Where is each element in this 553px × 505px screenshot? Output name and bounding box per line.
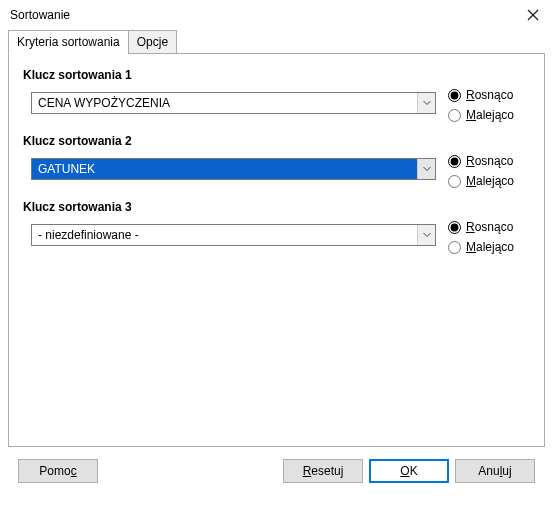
chevron-down-icon	[423, 166, 431, 172]
sort-key-3-order: Rosnąco Malejąco	[448, 220, 530, 254]
sort-key-2-select[interactable]: GATUNEK	[31, 158, 436, 180]
sort-key-1-select[interactable]: CENA WYPOŻYCZENIA	[31, 92, 436, 114]
tab-panel: Klucz sortowania 1 CENA WYPOŻYCZENIA Ros…	[8, 53, 545, 447]
chevron-down-icon	[423, 100, 431, 106]
reset-button-label: Resetuj	[303, 464, 344, 478]
sort-key-1-group: Klucz sortowania 1 CENA WYPOŻYCZENIA Ros…	[23, 68, 530, 122]
sort-key-2-desc-label: Malejąco	[466, 174, 514, 188]
sort-key-1-desc-radio[interactable]: Malejąco	[448, 108, 530, 122]
ok-button-label: OK	[400, 464, 417, 478]
content-area: Kryteria sortowania Opcje Klucz sortowan…	[0, 30, 553, 501]
sort-key-1-asc-label: Rosnąco	[466, 88, 513, 102]
sort-key-2-dropdown-btn[interactable]	[417, 159, 435, 179]
sort-key-3-label: Klucz sortowania 3	[23, 200, 530, 214]
sort-key-2-label: Klucz sortowania 2	[23, 134, 530, 148]
sort-key-3-desc-radio[interactable]: Malejąco	[448, 240, 530, 254]
sort-key-3-desc-label: Malejąco	[466, 240, 514, 254]
cancel-button[interactable]: Anuluj	[455, 459, 535, 483]
cancel-button-label: Anuluj	[478, 464, 511, 478]
close-icon	[527, 9, 539, 21]
chevron-down-icon	[423, 232, 431, 238]
sort-key-2-group: Klucz sortowania 2 GATUNEK Rosnąco Mal	[23, 134, 530, 188]
sort-key-2-desc-radio[interactable]: Malejąco	[448, 174, 530, 188]
sort-key-3-value: - niezdefiniowane -	[32, 228, 417, 242]
sort-key-3-asc-input[interactable]	[448, 221, 461, 234]
window-title: Sortowanie	[10, 8, 70, 22]
sort-key-1-desc-input[interactable]	[448, 109, 461, 122]
sort-key-2-desc-input[interactable]	[448, 175, 461, 188]
sort-key-1-asc-radio[interactable]: Rosnąco	[448, 88, 530, 102]
button-row: Pomoc Resetuj OK Anuluj	[8, 447, 545, 493]
sort-key-1-order: Rosnąco Malejąco	[448, 88, 530, 122]
sort-key-1-asc-input[interactable]	[448, 89, 461, 102]
sort-key-3-asc-radio[interactable]: Rosnąco	[448, 220, 530, 234]
sort-key-2-asc-radio[interactable]: Rosnąco	[448, 154, 530, 168]
sort-key-3-desc-input[interactable]	[448, 241, 461, 254]
sort-key-3-asc-label: Rosnąco	[466, 220, 513, 234]
sort-key-1-label: Klucz sortowania 1	[23, 68, 530, 82]
ok-button[interactable]: OK	[369, 459, 449, 483]
reset-button[interactable]: Resetuj	[283, 459, 363, 483]
spacer	[104, 459, 277, 483]
tabstrip: Kryteria sortowania Opcje	[8, 30, 545, 54]
sort-key-1-dropdown-btn[interactable]	[417, 93, 435, 113]
sort-key-2-asc-input[interactable]	[448, 155, 461, 168]
sort-key-2-order: Rosnąco Malejąco	[448, 154, 530, 188]
tab-criteria[interactable]: Kryteria sortowania	[8, 30, 129, 54]
sort-key-2-value: GATUNEK	[32, 162, 417, 176]
sort-key-3-group: Klucz sortowania 3 - niezdefiniowane - R…	[23, 200, 530, 254]
sort-key-3-select[interactable]: - niezdefiniowane -	[31, 224, 436, 246]
sort-key-1-desc-label: Malejąco	[466, 108, 514, 122]
sort-key-1-value: CENA WYPOŻYCZENIA	[32, 96, 417, 110]
help-button-label: Pomoc	[39, 464, 76, 478]
sort-key-3-dropdown-btn[interactable]	[417, 225, 435, 245]
close-button[interactable]	[521, 3, 545, 27]
tab-options[interactable]: Opcje	[128, 30, 177, 54]
titlebar: Sortowanie	[0, 0, 553, 30]
sort-key-2-asc-label: Rosnąco	[466, 154, 513, 168]
help-button[interactable]: Pomoc	[18, 459, 98, 483]
